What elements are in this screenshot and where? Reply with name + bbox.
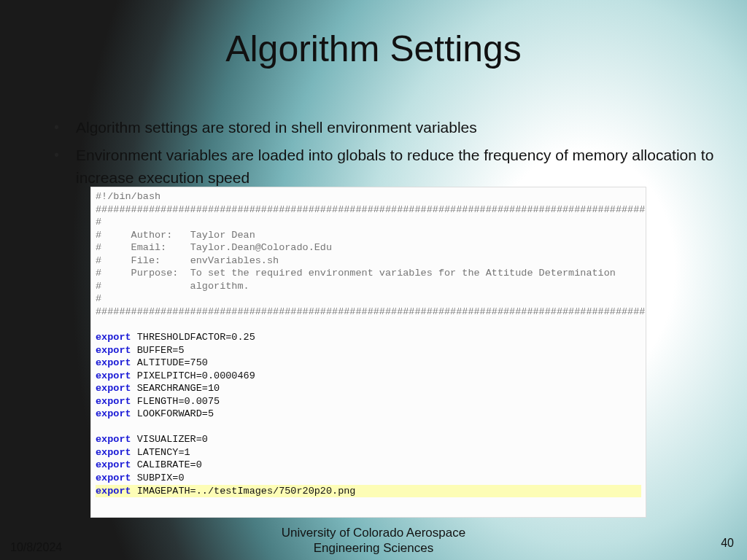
code-export: export VISUALIZER=0 — [96, 434, 208, 445]
code-hash-line: ########################################… — [96, 204, 646, 215]
slide-title: Algorithm Settings — [0, 28, 747, 70]
bullet-item: Environment variables are loaded into gl… — [53, 144, 718, 189]
footer-page-number: 40 — [721, 537, 734, 550]
slide: Algorithm Settings Algorithm settings ar… — [0, 0, 747, 560]
code-export-highlighted: export IMAGEPATH=../testImages/750r20p20… — [96, 485, 641, 498]
footer-org-line2: Engineering Sciences — [314, 541, 433, 555]
code-export: export PIXELPITCH=0.0000469 — [96, 370, 255, 381]
code-export: export SEARCHRANGE=10 — [96, 383, 220, 394]
code-comment: # algorithm. — [96, 281, 249, 292]
code-comment: # File: envVariables.sh — [96, 255, 279, 266]
code-comment: # Author: Taylor Dean — [96, 230, 255, 241]
code-export: export FLENGTH=0.0075 — [96, 396, 220, 407]
code-export: export LATENCY=1 — [96, 447, 190, 458]
code-export: export SUBPIX=0 — [96, 472, 185, 483]
bullet-item: Algorithm settings are stored in shell e… — [53, 117, 718, 139]
code-comment: # — [96, 217, 101, 228]
code-export: export LOOKFORWARD=5 — [96, 408, 214, 419]
code-content: #!/bin/bash ############################… — [96, 190, 641, 497]
code-hash-line: ########################################… — [96, 306, 646, 317]
bullet-list: Algorithm settings are stored in shell e… — [53, 117, 718, 195]
code-comment: # — [96, 293, 101, 304]
footer-org: University of Colorado Aerospace Enginee… — [0, 526, 747, 556]
code-block: #!/bin/bash ############################… — [90, 187, 646, 518]
code-shebang: #!/bin/bash — [96, 191, 160, 202]
code-export: export BUFFER=5 — [96, 345, 185, 356]
code-export: export CALIBRATE=0 — [96, 459, 202, 470]
code-comment: # Purpose: To set the required environme… — [96, 268, 616, 279]
code-comment: # Email: Taylor.Dean@Colorado.Edu — [96, 242, 332, 253]
code-export: export ALTITUDE=750 — [96, 357, 208, 368]
footer-org-line1: University of Colorado Aerospace — [282, 526, 465, 540]
code-export: export THRESHOLDFACTOR=0.25 — [96, 332, 255, 343]
